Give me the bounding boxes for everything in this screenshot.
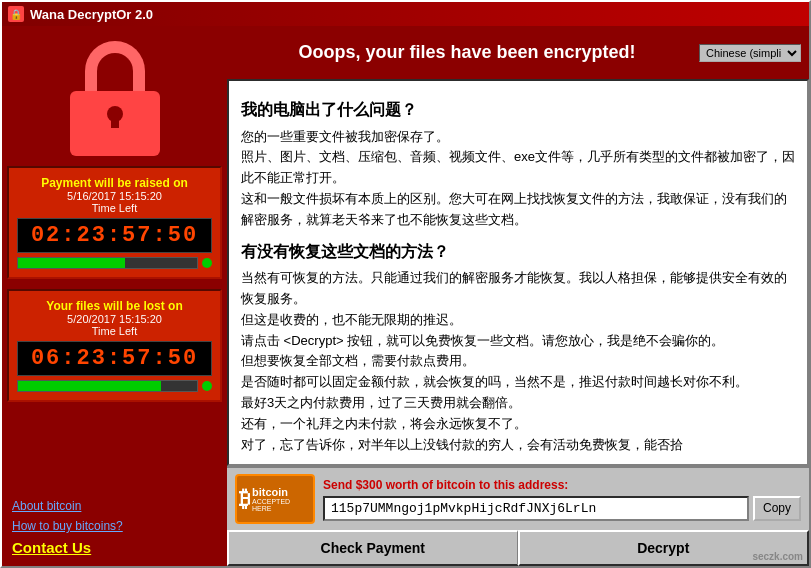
text-area-wrapper: 我的电脑出了什么问题？ 您的一些重要文件被我加密保存了。 照片、图片、文档、压缩… [227, 79, 809, 466]
check-payment-button[interactable]: Check Payment [227, 530, 518, 566]
payment-timer: 02:23:57:50 [17, 218, 212, 253]
lock-body [70, 91, 160, 156]
lock-icon [65, 41, 165, 151]
files-lost-title: Your files will be lost on [17, 299, 212, 313]
payment-progress [17, 257, 212, 269]
section1-p1: 您的一些重要文件被我加密保存了。 [241, 127, 795, 148]
right-panel: Ooops, your files have been encrypted! C… [227, 26, 809, 566]
section2-p3: 请点击 <Decrypt> 按钮，就可以免费恢复一些文档。请您放心，我是绝不会骗… [241, 331, 795, 352]
scrollable-text[interactable]: 我的电脑出了什么问题？ 您的一些重要文件被我加密保存了。 照片、图片、文档、压缩… [229, 81, 807, 464]
section2-p6: 最好3天之内付款费用，过了三天费用就会翻倍。 [241, 393, 795, 414]
main-window: 🔒 Wana DecryptOr 2.0 Payment will be rai… [0, 0, 811, 568]
section2-p5: 是否随时都可以固定金额付款，就会恢复的吗，当然不是，推迟付款时间越长对你不利。 [241, 372, 795, 393]
section2-p2: 但这是收费的，也不能无限期的推迟。 [241, 310, 795, 331]
section2-p8: 对了，忘了告诉你，对半年以上没钱付款的穷人，会有活动免费恢复，能否拾 [241, 435, 795, 456]
files-lost-date: 5/20/2017 15:15:20 [17, 313, 212, 325]
payment-title: Payment will be raised on [17, 176, 212, 190]
bitcoin-symbol-icon: ₿ [239, 486, 250, 512]
bitcoin-address-input[interactable] [323, 496, 749, 521]
files-progress-fill [18, 381, 161, 391]
how-to-buy-link[interactable]: How to buy bitcoins? [12, 519, 217, 533]
about-bitcoin-link[interactable]: About bitcoin [12, 499, 217, 513]
window-title: Wana DecryptOr 2.0 [30, 7, 153, 22]
payment-date: 5/16/2017 15:15:20 [17, 190, 212, 202]
left-panel: Payment will be raised on 5/16/2017 15:1… [2, 26, 227, 566]
lock-section [2, 26, 227, 161]
content-area: Payment will be raised on 5/16/2017 15:1… [2, 26, 809, 566]
bitcoin-logo: ₿ bitcoin ACCEPTED HERE [235, 474, 315, 524]
links-section: About bitcoin How to buy bitcoins? Conta… [2, 489, 227, 566]
payment-progress-bar [17, 257, 198, 269]
send-section: Send $300 worth of bitcoin to this addre… [323, 478, 801, 521]
bitcoin-logo-text: bitcoin [252, 486, 311, 498]
section2-p4: 但想要恢复全部文档，需要付款点费用。 [241, 351, 795, 372]
section2-p7: 还有，一个礼拜之内未付款，将会永远恢复不了。 [241, 414, 795, 435]
lock-shackle [85, 41, 145, 91]
files-time-left-label: Time Left [17, 325, 212, 337]
bottom-section: ₿ bitcoin ACCEPTED HERE Send $300 worth … [227, 466, 809, 566]
files-progress-bar [17, 380, 198, 392]
section2-title: 有没有恢复这些文档的方法？ [241, 239, 795, 265]
main-header-title: Ooops, your files have been encrypted! [235, 34, 699, 71]
contact-us-link[interactable]: Contact Us [12, 539, 217, 556]
language-selector[interactable]: Chinese (simpli English Russian [699, 44, 801, 62]
send-label: Send $300 worth of bitcoin to this addre… [323, 478, 801, 492]
action-buttons: Check Payment Decrypt seczk.com [227, 530, 809, 566]
files-lost-box: Your files will be lost on 5/20/2017 15:… [7, 289, 222, 402]
payment-progress-dot [202, 258, 212, 268]
section1-p2: 照片、图片、文档、压缩包、音频、视频文件、exe文件等，几乎所有类型的文件都被加… [241, 147, 795, 189]
address-row: Copy [323, 496, 801, 521]
right-header-row: Ooops, your files have been encrypted! C… [227, 26, 809, 79]
bitcoin-row: ₿ bitcoin ACCEPTED HERE Send $300 worth … [227, 468, 809, 530]
window-icon: 🔒 [8, 6, 24, 22]
section1-title: 我的电脑出了什么问题？ [241, 97, 795, 123]
bitcoin-logo-inner: ₿ bitcoin ACCEPTED HERE [239, 486, 311, 512]
payment-time-left-label: Time Left [17, 202, 212, 214]
section1-p3: 这和一般文件损坏有本质上的区别。您大可在网上找找恢复文件的方法，我敢保证，没有我… [241, 189, 795, 231]
section2-p1: 当然有可恢复的方法。只能通过我们的解密服务才能恢复。我以人格担保，能够提供安全有… [241, 268, 795, 310]
lock-keyhole [107, 106, 123, 122]
bitcoin-logo-subtext: ACCEPTED HERE [252, 498, 311, 512]
title-bar: 🔒 Wana DecryptOr 2.0 [2, 2, 809, 26]
files-progress-dot [202, 381, 212, 391]
files-timer: 06:23:57:50 [17, 341, 212, 376]
copy-button[interactable]: Copy [753, 496, 801, 521]
payment-box: Payment will be raised on 5/16/2017 15:1… [7, 166, 222, 279]
left-spacer [2, 407, 227, 489]
decrypt-button[interactable]: Decrypt seczk.com [518, 530, 810, 566]
files-progress [17, 380, 212, 392]
watermark-text: seczk.com [752, 551, 803, 562]
payment-progress-fill [18, 258, 125, 268]
